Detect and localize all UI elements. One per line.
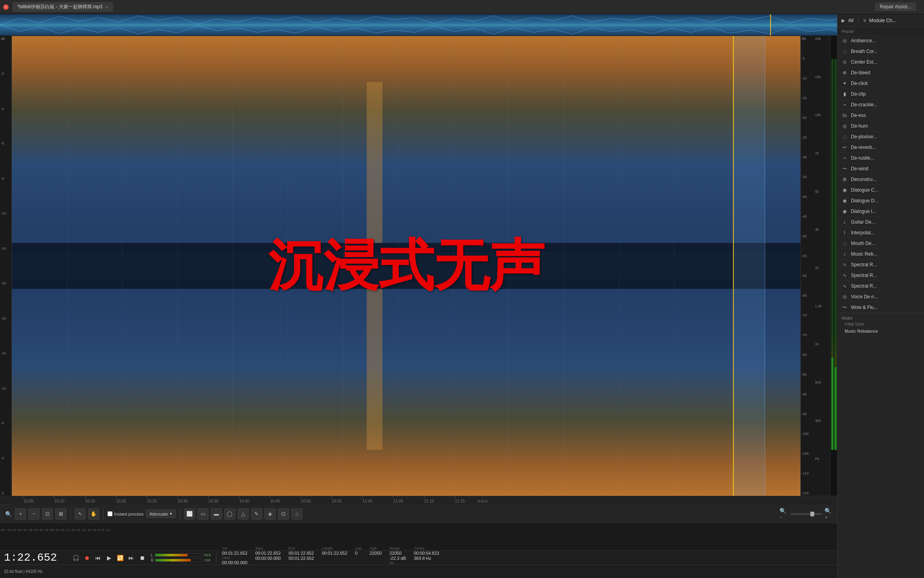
initial-state-val: Music Rebalance (841, 328, 920, 334)
select-freq-tool[interactable]: ▭ (197, 508, 208, 520)
lasso-tool[interactable]: ◯ (224, 508, 235, 520)
panel-item-breath-cor[interactable]: ◌ Breath Cor... (838, 46, 924, 57)
hz-scale-right: 20k 15k 10k 7k 5k 3k 2k 1.5k 1k 500 300 … (814, 36, 830, 496)
pan-tool[interactable]: ✋ (88, 508, 99, 520)
vu-n48: -48 (28, 528, 32, 532)
pencil-tool[interactable]: ✎ (251, 508, 262, 520)
db-n2: -2 (1, 72, 11, 75)
brush-tool[interactable]: △ (238, 508, 249, 520)
all-label[interactable]: All (848, 18, 853, 23)
timeline: 10:05 10:10 10:15 10:20 10:25 10:30 10:3… (0, 496, 837, 505)
panel-item-de-ess[interactable]: Ss De-ess (838, 110, 924, 121)
panel-item-wow-flu[interactable]: 〜 Wow & Flu... (838, 302, 924, 313)
panel-item-deconstruct[interactable]: ⊞ Deconstru... (838, 174, 924, 185)
panel-item-guitar-de[interactable]: ♩ Guitar De... (838, 217, 924, 228)
start-val: 00:01:22.652 (255, 551, 281, 555)
svg-text:10:05: 10:05 (24, 499, 34, 503)
panel-item-spectral-r2[interactable]: ∿ Spectral R... (838, 270, 924, 281)
zoom-slider[interactable] (791, 513, 822, 515)
zoom-in-button[interactable]: + (15, 508, 26, 520)
instant-process-checkbox[interactable] (107, 511, 113, 516)
headphones-button[interactable]: 🎧 (71, 553, 81, 563)
play-button[interactable]: ▶ (104, 553, 114, 563)
time-display: 1:22.652 (4, 552, 67, 564)
panel-item-de-rustle[interactable]: ⌁ De-rustle... (838, 153, 924, 164)
ambience-label: Ambience... (851, 38, 876, 43)
go-start-button[interactable]: ⏮ (93, 553, 103, 563)
panel-item-de-click[interactable]: ✦ De-click (838, 78, 924, 89)
vu-n6: -6 (101, 528, 103, 532)
attenuate-dropdown[interactable]: Attenuate ▾ (146, 510, 176, 518)
tab-close-button[interactable]: × (105, 5, 108, 9)
panel-item-voice-de[interactable]: ◎ Voice De-n... (838, 292, 924, 302)
panel-item-de-reverb[interactable]: ↩ De-reverb... (838, 142, 924, 153)
svg-rect-20 (367, 82, 383, 243)
panel-item-ambience[interactable]: ◎ Ambience... (838, 36, 924, 46)
spectrogram[interactable]: 沉浸式无声 (12, 36, 800, 496)
attenuate-chevron: ▾ (170, 511, 172, 516)
de-bleed-label: De-bleed (851, 70, 870, 75)
deconstruct-icon: ⊞ (841, 176, 848, 183)
zoom-plus-icon[interactable]: 🔍+ (824, 510, 833, 518)
panel-item-dialogue-c[interactable]: ◉ Dialogue C... (838, 185, 924, 196)
db-n10b: -10 (1, 386, 11, 390)
r-meter (155, 559, 203, 562)
panel-item-de-plosive[interactable]: ◌ De-plosive... (838, 132, 924, 142)
panel-item-de-clip[interactable]: ▮ De-clip (838, 89, 924, 100)
spectral-r2-label: Spectral R... (851, 273, 877, 278)
svg-text:10:25: 10:25 (147, 499, 157, 503)
spectrogram-svg (12, 36, 800, 496)
panel-item-mouth-de[interactable]: ◌ Mouth De... (838, 238, 924, 249)
panel-item-interpolat[interactable]: ⌇ Interpolat... (838, 228, 924, 238)
panel-item-spectral-r1[interactable]: ∿ Spectral R... (838, 260, 924, 270)
module-ch-label[interactable]: Module Ch... (869, 18, 896, 23)
panel-item-de-wind[interactable]: 〜 De-wind (838, 164, 924, 174)
low-header: Low (355, 546, 362, 550)
panel-item-music-reb[interactable]: ♪ Music Reb... (838, 249, 924, 260)
panel-item-center-ext[interactable]: ⊙ Center Ext... (838, 57, 924, 68)
mouth-de-label: Mouth De... (851, 241, 875, 246)
zoom-out-button[interactable]: − (28, 508, 39, 520)
close-button[interactable]: ✕ (3, 4, 9, 10)
svg-rect-4 (12, 36, 800, 252)
cursor-header: Cursor (414, 546, 439, 550)
panel-item-dialogue-d[interactable]: ◉ Dialogue D... (838, 196, 924, 206)
zoom-selection-button[interactable]: ⊠ (55, 508, 66, 520)
eraser-tool[interactable]: ◈ (265, 508, 276, 520)
db-n10: -10 (1, 211, 11, 215)
select-rect-tool[interactable]: ⬜ (184, 508, 195, 520)
ambience-icon: ◎ (841, 38, 848, 44)
panel-item-dialogue-i[interactable]: ◉ Dialogue I... (838, 206, 924, 217)
panel-item-de-crackle[interactable]: ⌁ De-crackle... (838, 100, 924, 110)
music-reb-label: Music Reb... (851, 251, 877, 257)
panel-item-de-hum[interactable]: ◎ De-hum (838, 121, 924, 132)
go-end-button[interactable]: ⏭ (126, 553, 136, 563)
separator-2 (103, 509, 103, 519)
db-n6: -6 (1, 141, 11, 145)
vu-n42: -42 (38, 528, 43, 532)
vu-n12: -12 (92, 528, 97, 532)
zoom-minus-icon[interactable]: 🔍− (779, 510, 788, 518)
status-bar: 32-bit float | 44100 Hz (0, 565, 837, 578)
panel-item-de-bleed[interactable]: ⊗ De-bleed (838, 68, 924, 78)
healing-tool[interactable]: ⌬ (278, 508, 289, 520)
record-button[interactable]: ⏺ (82, 553, 92, 563)
de-bleed-icon: ⊗ (841, 70, 848, 76)
select-time-tool[interactable]: ▬ (211, 508, 222, 520)
panel-item-spectral-r3[interactable]: ∿ Spectral R... (838, 281, 924, 292)
fit-button[interactable]: ⊡ (42, 508, 53, 520)
de-hum-label: De-hum (851, 123, 868, 129)
zoom-out-icon[interactable]: 🔍 (4, 510, 13, 518)
l-indicator: L +0.9 (151, 553, 210, 557)
wow-flu-icon: 〜 (841, 304, 848, 311)
db-n20: -20 (1, 281, 11, 285)
file-tab[interactable]: *bilibili伊丽莎白鼠 - 大家一起肺挥挥.mp3 × (13, 2, 113, 12)
r-meter-fill (156, 559, 191, 561)
music-reb-icon: ♪ (841, 251, 848, 257)
overview-waveform[interactable] (0, 14, 837, 36)
stop-button[interactable]: ⏹ (137, 553, 147, 563)
select-tool[interactable]: ↖ (75, 508, 86, 520)
stamp-tool[interactable]: ⌂ (291, 508, 302, 520)
loop-button[interactable]: 🔁 (115, 553, 125, 563)
repair-assist-button[interactable]: Repair Assist... (875, 2, 916, 11)
